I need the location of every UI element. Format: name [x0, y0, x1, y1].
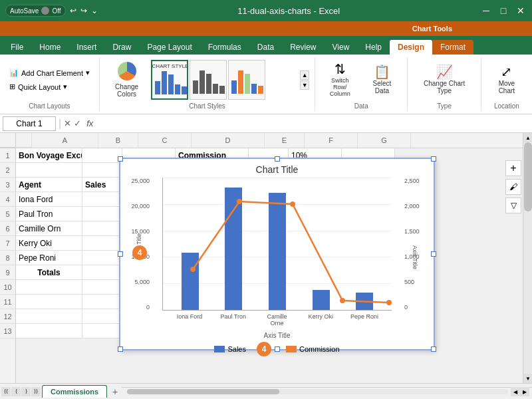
- vscroll-thumb[interactable]: [524, 142, 532, 211]
- autosave-toggle[interactable]: AutoSave Off: [5, 5, 66, 17]
- cell-a6[interactable]: Camille Orn: [16, 221, 82, 236]
- switch-row-col-btn[interactable]: ⇅ Switch Row/ Column: [321, 60, 359, 100]
- tab-data[interactable]: Data: [249, 40, 282, 55]
- minimize-btn[interactable]: ─: [480, 5, 492, 17]
- cell-b9[interactable]: [82, 265, 122, 280]
- chart-style-2[interactable]: [190, 60, 227, 100]
- chart-style-3[interactable]: [228, 60, 265, 100]
- cell-b1[interactable]: [82, 148, 122, 163]
- sheet-tab-commissions[interactable]: Commissions: [42, 385, 107, 398]
- tab-file[interactable]: File: [3, 40, 31, 55]
- col-header-e[interactable]: E: [265, 133, 305, 148]
- col-header-f[interactable]: F: [305, 133, 358, 148]
- tab-page-layout[interactable]: Page Layout: [139, 40, 200, 55]
- cell-b5[interactable]: [82, 207, 122, 221]
- chart-style-1[interactable]: CHART STYLE: [151, 60, 188, 100]
- chart-elements-btn[interactable]: +: [505, 160, 521, 176]
- sheet-nav-last[interactable]: ⟩⟩: [31, 387, 41, 396]
- row-num-10[interactable]: 10: [0, 280, 15, 295]
- tab-review[interactable]: Review: [282, 40, 324, 55]
- cell-a8[interactable]: Pepe Roni: [16, 251, 82, 265]
- row-num-8[interactable]: 8: [0, 251, 15, 265]
- move-chart-btn[interactable]: ⤢ Move Chart: [487, 63, 527, 97]
- redo-btn[interactable]: ↪: [80, 6, 87, 15]
- cell-b13[interactable]: [82, 324, 122, 338]
- col-header-b[interactable]: B: [98, 133, 138, 148]
- row-num-13[interactable]: 13: [0, 324, 15, 338]
- hscroll-track[interactable]: [127, 389, 508, 394]
- change-chart-type-btn[interactable]: 📈 Change Chart Type: [413, 63, 475, 97]
- cell-b11[interactable]: [82, 295, 122, 309]
- cell-b12[interactable]: [82, 309, 122, 324]
- tab-home[interactable]: Home: [31, 40, 68, 55]
- cell-a10[interactable]: [16, 280, 82, 295]
- cell-b7[interactable]: [82, 236, 122, 251]
- horizontal-scrollbar[interactable]: ◀ ▶: [122, 387, 532, 396]
- row-num-1[interactable]: 1: [0, 148, 15, 163]
- cell-a9[interactable]: Totals: [16, 265, 82, 280]
- cell-a12[interactable]: [16, 309, 82, 324]
- sheet-nav-prev[interactable]: ⟨: [11, 387, 21, 396]
- cell-b2[interactable]: [82, 163, 122, 178]
- tab-help[interactable]: Help: [357, 40, 390, 55]
- row-num-3[interactable]: 3: [0, 178, 15, 192]
- add-sheet-btn[interactable]: +: [108, 385, 122, 398]
- undo-btn[interactable]: ↩: [70, 6, 76, 15]
- col-header-g[interactable]: G: [358, 133, 411, 148]
- col-header-c[interactable]: C: [138, 133, 192, 148]
- row-num-7[interactable]: 7: [0, 236, 15, 251]
- quick-layout-btn[interactable]: ⊞ Quick Layout ▾: [5, 80, 94, 93]
- row-num-6[interactable]: 6: [0, 221, 15, 236]
- cell-a2[interactable]: [16, 163, 82, 178]
- col-header-a[interactable]: A: [32, 133, 98, 148]
- row-num-5[interactable]: 5: [0, 207, 15, 221]
- vscroll-up-btn[interactable]: ▲: [523, 133, 532, 142]
- col-header-d[interactable]: D: [192, 133, 265, 148]
- row-num-12[interactable]: 12: [0, 309, 15, 324]
- tab-insert[interactable]: Insert: [68, 40, 104, 55]
- cell-b4[interactable]: [82, 192, 122, 207]
- resize-handle-tm[interactable]: [275, 156, 280, 162]
- cell-a13[interactable]: [16, 324, 82, 338]
- chart-filters-btn[interactable]: ▽: [505, 198, 521, 213]
- row-num-11[interactable]: 11: [0, 295, 15, 309]
- resize-handle-br[interactable]: [431, 346, 436, 352]
- maximize-btn[interactable]: □: [497, 5, 509, 17]
- tab-design[interactable]: Design: [390, 40, 432, 55]
- tab-format[interactable]: Format: [432, 40, 473, 55]
- cell-b10[interactable]: [82, 280, 122, 295]
- chart-container[interactable]: Chart Title 25,000 20,000 15,000 10,000 …: [119, 158, 435, 350]
- chart-style-scroll-down[interactable]: ▼: [300, 80, 309, 90]
- chart-styles-quick-btn[interactable]: 🖌: [505, 179, 521, 195]
- cell-a3[interactable]: Agent: [16, 178, 82, 192]
- close-btn[interactable]: ✕: [515, 5, 527, 17]
- tab-draw[interactable]: Draw: [104, 40, 139, 55]
- cell-a1[interactable]: Bon Voyage Excursions: [16, 148, 82, 163]
- resize-handle-tl[interactable]: [118, 156, 123, 162]
- sheet-nav-next[interactable]: ⟩: [21, 387, 31, 396]
- cell-a4[interactable]: Iona Ford: [16, 192, 82, 207]
- cell-a11[interactable]: [16, 295, 82, 309]
- row-num-4[interactable]: 4: [0, 192, 15, 207]
- select-data-btn[interactable]: 📋 Select Data: [362, 63, 402, 97]
- confirm-icon[interactable]: ✓: [74, 118, 81, 128]
- hscroll-thumb[interactable]: [127, 389, 279, 394]
- row-num-9[interactable]: 9: [0, 265, 15, 280]
- cancel-icon[interactable]: ✕: [64, 118, 71, 128]
- hscroll-right[interactable]: ▶: [520, 387, 529, 396]
- formula-input[interactable]: [98, 116, 529, 131]
- chart-style-scroll-up[interactable]: ▲: [300, 70, 309, 80]
- sheet-nav-first[interactable]: ⟨⟨: [1, 387, 11, 396]
- vscroll-track[interactable]: [523, 142, 532, 374]
- resize-handle-ml[interactable]: [118, 251, 123, 257]
- row-num-2[interactable]: 2: [0, 163, 15, 178]
- add-chart-element-btn[interactable]: 📊 Add Chart Element ▾: [5, 66, 94, 79]
- vscroll-down-btn[interactable]: ▼: [523, 374, 532, 383]
- resize-handle-mr[interactable]: [431, 251, 436, 257]
- resize-handle-tr[interactable]: [431, 156, 436, 162]
- vertical-scrollbar[interactable]: ▲ ▼: [523, 133, 532, 383]
- cell-a7[interactable]: Kerry Oki: [16, 236, 82, 251]
- tab-formulas[interactable]: Formulas: [200, 40, 249, 55]
- name-box[interactable]: [3, 116, 56, 131]
- change-colors-btn[interactable]: Change Colors: [105, 58, 148, 102]
